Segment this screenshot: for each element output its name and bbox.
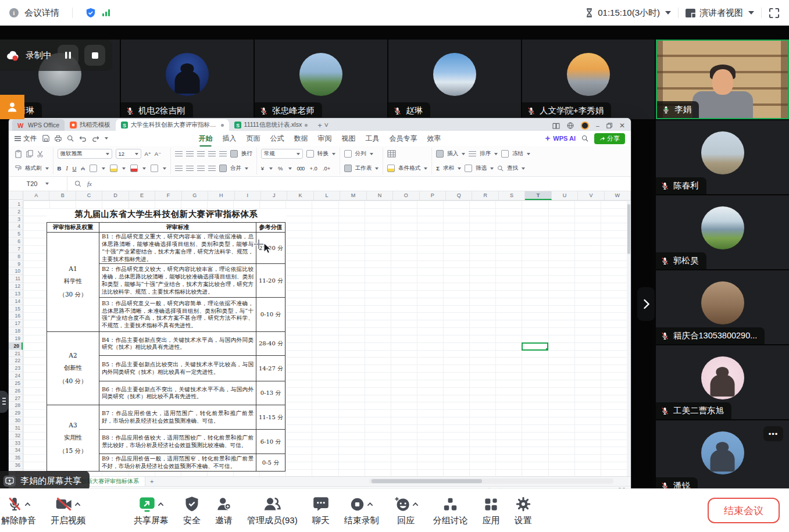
- font-size-select[interactable]: 12: [116, 149, 141, 159]
- clipboard-group[interactable]: 格式刷: [11, 148, 53, 174]
- column-header-W[interactable]: W: [605, 191, 631, 200]
- column-header-I[interactable]: I: [235, 191, 261, 200]
- chevron-up-icon[interactable]: [412, 502, 419, 506]
- meeting-details-link[interactable]: 会议详情: [24, 8, 59, 19]
- row-header-21[interactable]: 21: [9, 350, 23, 358]
- styles-group[interactable]: 条件格式: [383, 148, 432, 174]
- cell-reference-box[interactable]: T20: [9, 177, 67, 191]
- number-format-select[interactable]: 常规: [261, 149, 303, 159]
- row-header-20[interactable]: 20: [9, 342, 23, 350]
- chevron-up-icon[interactable]: [24, 502, 31, 506]
- column-header-J[interactable]: J: [261, 191, 287, 200]
- editing-group[interactable]: 插入 排序 冻结 Σ求和 筛选 查找: [432, 148, 534, 174]
- row-header-25[interactable]: 25: [9, 380, 23, 387]
- row-header-28[interactable]: 28: [9, 402, 23, 409]
- column-header-P[interactable]: P: [420, 191, 446, 200]
- row-header-17[interactable]: 17: [9, 320, 23, 327]
- column-header-U[interactable]: U: [552, 191, 578, 200]
- ribbon-tab-视图[interactable]: 视图: [342, 134, 356, 144]
- row-header-9[interactable]: 9: [9, 260, 23, 268]
- ribbon-tab-公式[interactable]: 公式: [270, 134, 284, 144]
- quick-access-toolbar[interactable]: [42, 135, 108, 142]
- minimize-button[interactable]: –: [596, 122, 599, 129]
- row-header-4[interactable]: 4: [9, 223, 23, 230]
- ribbon-tab-插入[interactable]: 插入: [223, 134, 237, 144]
- number-group[interactable]: 常规 转换 ¥%000+.0.0+: [257, 148, 340, 174]
- ribbon-tab-数据[interactable]: 数据: [294, 134, 308, 144]
- ribbon-tab-页面[interactable]: 页面: [247, 134, 260, 144]
- row-header-18[interactable]: 18: [9, 327, 23, 335]
- cells-group[interactable]: 分列 工作表: [340, 148, 384, 174]
- row-header-14[interactable]: 14: [9, 298, 23, 305]
- column-header-R[interactable]: R: [472, 191, 498, 200]
- row-header-1[interactable]: 1: [9, 201, 23, 208]
- participant-tile[interactable]: 赵琳: [388, 40, 521, 119]
- column-header-L[interactable]: L: [314, 191, 340, 200]
- toolbar-camera-off[interactable]: 开启视频: [51, 495, 85, 526]
- column-header-N[interactable]: N: [367, 191, 393, 200]
- sheet-grid[interactable]: 第九届山东省大学生科技创新大赛评审指标体系 评审指标及权重 评审标准 参考分值 …: [23, 201, 627, 476]
- selected-cell[interactable]: [522, 342, 548, 351]
- alignment-group[interactable]: 换行 合并: [171, 148, 257, 174]
- network-signal-icon[interactable]: [102, 9, 111, 17]
- toolbar-mic-off[interactable]: 解除静音: [1, 495, 36, 526]
- toolbar-reaction[interactable]: 回应: [394, 495, 419, 526]
- row-header-23[interactable]: 23: [9, 365, 23, 372]
- row-header-15[interactable]: 15: [9, 305, 23, 313]
- speaker-tile[interactable]: 李娟: [656, 40, 789, 119]
- toolbar-security[interactable]: 安全: [183, 495, 201, 526]
- participant-tile[interactable]: 工美二曹东旭: [656, 345, 789, 419]
- row-header-11[interactable]: 11: [9, 275, 23, 283]
- column-header-Q[interactable]: Q: [446, 191, 472, 200]
- column-header-D[interactable]: D: [102, 191, 128, 200]
- wps-ai-button[interactable]: WPS AI: [545, 135, 576, 142]
- account-avatar[interactable]: [581, 122, 589, 130]
- info-icon[interactable]: i: [9, 8, 19, 17]
- toolbar-invite[interactable]: 邀请: [215, 495, 233, 526]
- row-header-7[interactable]: 7: [9, 245, 23, 253]
- document-tab[interactable]: S11111信息统计表.xlsx: [229, 119, 313, 131]
- column-header-C[interactable]: C: [76, 191, 102, 200]
- chevron-up-icon[interactable]: [367, 502, 373, 506]
- security-shield-icon[interactable]: [85, 8, 96, 18]
- globe-icon[interactable]: [567, 122, 574, 129]
- document-tab[interactable]: S大学生科技创新大赛评审指标体...: [116, 119, 229, 131]
- row-header-8[interactable]: 8: [9, 253, 23, 260]
- document-tab[interactable]: WWPS Office: [12, 119, 65, 131]
- row-header-30[interactable]: 30: [9, 417, 23, 424]
- participant-tile[interactable]: 张忠峰老师: [255, 40, 387, 119]
- row-header-19[interactable]: 19: [9, 335, 23, 342]
- row-header-34[interactable]: 34: [9, 447, 23, 454]
- column-header-H[interactable]: H: [208, 191, 234, 200]
- end-meeting-button[interactable]: 结束会议: [708, 498, 780, 523]
- document-tab[interactable]: 找稻壳模板: [65, 119, 116, 131]
- column-header-E[interactable]: E: [129, 191, 155, 200]
- column-header-T[interactable]: T: [525, 191, 551, 200]
- column-header-V[interactable]: V: [578, 191, 604, 200]
- row-header-29[interactable]: 29: [9, 409, 23, 417]
- column-header-M[interactable]: M: [340, 191, 366, 200]
- row-headers[interactable]: 1234567891011121314151617181920212223242…: [9, 201, 23, 476]
- more-options-button[interactable]: •••: [763, 426, 783, 441]
- participant-tile[interactable]: 陈春利: [656, 120, 789, 194]
- row-header-6[interactable]: 6: [9, 238, 23, 245]
- row-header-13[interactable]: 13: [9, 290, 23, 298]
- participant-tile[interactable]: 郭松昊: [656, 195, 789, 269]
- select-all-corner[interactable]: [9, 191, 23, 200]
- add-sheet-button[interactable]: +: [150, 478, 153, 485]
- ribbon-tab-工具[interactable]: 工具: [366, 134, 380, 144]
- column-header-F[interactable]: F: [155, 191, 181, 200]
- chevron-up-icon[interactable]: [158, 502, 164, 506]
- stop-recording-button[interactable]: [84, 45, 105, 66]
- ribbon-tab-审阅[interactable]: 审阅: [318, 134, 332, 144]
- search-icon[interactable]: [581, 135, 588, 142]
- close-button[interactable]: ✕: [619, 122, 625, 130]
- view-mode-switch[interactable]: 演讲者视图: [686, 8, 754, 19]
- dock-handle[interactable]: [0, 391, 8, 413]
- row-header-5[interactable]: 5: [9, 230, 23, 238]
- toolbar-apps[interactable]: 应用: [483, 495, 500, 526]
- participant-tile[interactable]: 机电2徐吉刚: [121, 40, 254, 119]
- toolbar-stop-record[interactable]: 结束录制: [344, 495, 379, 526]
- participant-tile[interactable]: •••潘锐: [656, 420, 789, 489]
- row-header-27[interactable]: 27: [9, 395, 23, 402]
